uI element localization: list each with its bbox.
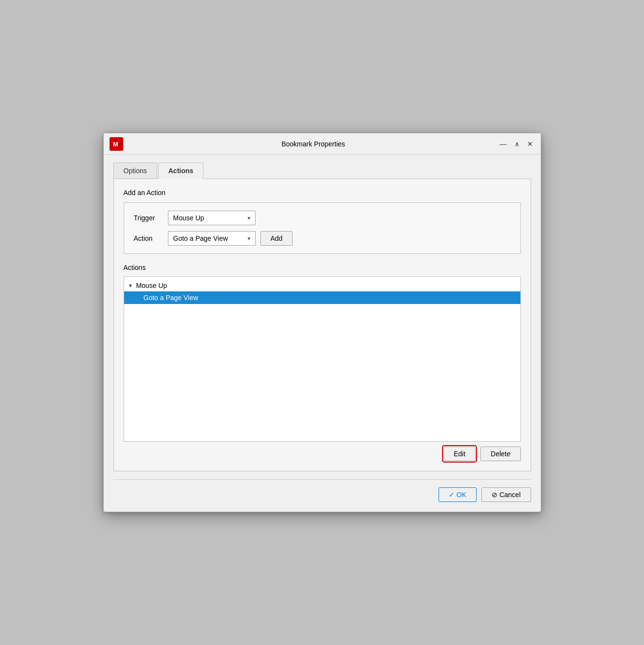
- trigger-label: Trigger: [134, 214, 168, 222]
- dialog-footer: ✓ OK ⊘ Cancel: [113, 479, 531, 502]
- cancel-button[interactable]: ⊘ Cancel: [481, 487, 531, 502]
- svg-text:M: M: [113, 141, 118, 148]
- maximize-button[interactable]: ∧: [513, 140, 521, 148]
- add-action-box: Trigger Mouse Up Mouse Down Mouse Enter …: [124, 202, 521, 254]
- dialog-title: Bookmark Properties: [129, 140, 498, 148]
- ok-button[interactable]: ✓ OK: [439, 487, 477, 502]
- action-label: Action: [134, 234, 168, 242]
- action-row: Action Goto a Page View Open/Execute a F…: [134, 231, 511, 246]
- trigger-select-wrapper: Mouse Up Mouse Down Mouse Enter Mouse Ex…: [168, 211, 256, 225]
- trigger-row: Trigger Mouse Up Mouse Down Mouse Enter …: [134, 211, 511, 225]
- close-button[interactable]: ✕: [525, 140, 535, 148]
- tab-actions[interactable]: Actions: [158, 162, 203, 179]
- delete-button[interactable]: Delete: [480, 447, 520, 461]
- window-content: Options Actions Add an Action Trigger Mo…: [104, 155, 541, 512]
- app-logo: M: [110, 137, 123, 151]
- tree-child-label: Goto a Page View: [144, 294, 199, 302]
- tab-options[interactable]: Options: [113, 162, 157, 179]
- tree-parent-label: Mouse Up: [136, 282, 167, 289]
- actions-section-label: Actions: [124, 264, 521, 271]
- actions-list-box: ▼ Mouse Up Goto a Page View: [124, 276, 521, 442]
- tree-parent-mouse-up: ▼ Mouse Up: [124, 280, 520, 291]
- action-select-wrapper: Goto a Page View Open/Execute a File Ope…: [168, 231, 256, 246]
- edit-button[interactable]: Edit: [443, 447, 476, 461]
- tab-bar: Options Actions: [113, 162, 531, 179]
- actions-tree: ▼ Mouse Up Goto a Page View: [124, 277, 520, 307]
- title-bar: M Bookmark Properties — ∧ ✕: [104, 133, 541, 155]
- actions-panel: Add an Action Trigger Mouse Up Mouse Dow…: [113, 179, 531, 471]
- actions-list-footer: Edit Delete: [124, 447, 521, 461]
- window-controls: — ∧ ✕: [498, 140, 535, 148]
- tree-arrow-icon: ▼: [128, 283, 133, 288]
- add-button[interactable]: Add: [260, 231, 293, 246]
- add-action-section-label: Add an Action: [124, 189, 521, 197]
- tree-child-goto-page-view[interactable]: Goto a Page View: [124, 291, 520, 304]
- minimize-button[interactable]: —: [498, 140, 509, 148]
- bookmark-properties-dialog: M Bookmark Properties — ∧ ✕ Options Acti…: [103, 133, 541, 512]
- action-select[interactable]: Goto a Page View Open/Execute a File Ope…: [168, 231, 256, 246]
- trigger-select[interactable]: Mouse Up Mouse Down Mouse Enter Mouse Ex…: [168, 211, 256, 225]
